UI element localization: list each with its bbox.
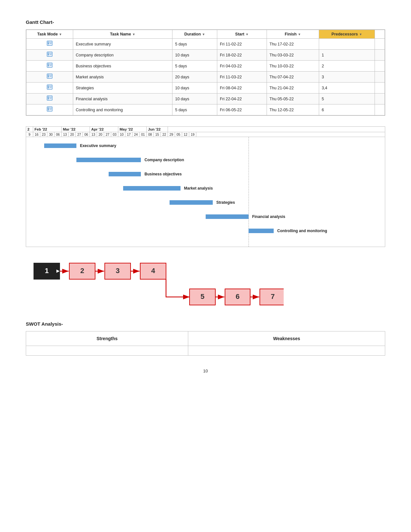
nd-label-7: 7 bbox=[271, 292, 275, 300]
duration-cell: 10 days bbox=[172, 83, 217, 94]
finish-cell: Thu 10-03-22 bbox=[267, 61, 319, 72]
gantt-bar-label: Strategies bbox=[216, 200, 235, 205]
page-number: 10 bbox=[26, 369, 385, 373]
svg-rect-18 bbox=[48, 76, 49, 77]
table-row: Company description 10 days Fri 18-02-22… bbox=[26, 50, 385, 61]
col-header-task-mode[interactable]: Task Mode ▼ bbox=[26, 30, 73, 39]
col-header-finish[interactable]: Finish ▼ bbox=[267, 30, 319, 39]
timeline-weeks-row: 9162330061320270613202703101724010815222… bbox=[26, 132, 385, 137]
sort-arrow-finish: ▼ bbox=[298, 33, 301, 36]
timeline-week: 15 bbox=[154, 132, 161, 137]
task-name-cell: Financial analysis bbox=[73, 94, 172, 104]
task-name-cell: Controlling and monitoring bbox=[73, 104, 172, 115]
timeline-week: 22 bbox=[161, 132, 168, 137]
sort-arrow-predecessors: ▼ bbox=[359, 33, 362, 36]
gantt-bar bbox=[249, 229, 274, 233]
task-mode-icon bbox=[26, 83, 73, 94]
timeline-week: 27 bbox=[104, 132, 111, 137]
timeline-month: Apr '22 bbox=[90, 127, 118, 132]
swot-cell-weaknesses bbox=[188, 346, 385, 356]
start-cell: Fri 11-02-22 bbox=[217, 39, 267, 50]
gantt-bar-label: Market analysis bbox=[184, 186, 213, 191]
task-name-cell: Company description bbox=[73, 50, 172, 61]
sort-arrow-duration: ▼ bbox=[202, 33, 205, 36]
start-cell: Fri 11-03-22 bbox=[217, 72, 267, 83]
arrow-4-5 bbox=[166, 279, 190, 297]
nd-label-3: 3 bbox=[116, 267, 120, 275]
task-mode-icon bbox=[26, 72, 73, 83]
predecessors-cell: 6 bbox=[319, 104, 375, 115]
swot-header-weaknesses: Weaknesses bbox=[188, 331, 385, 346]
predecessors-cell: 5 bbox=[319, 94, 375, 104]
task-mode-icon bbox=[26, 104, 73, 115]
predecessors-cell: 2 bbox=[319, 61, 375, 72]
timeline-month: Jun '22 bbox=[147, 127, 168, 132]
extra-cell bbox=[375, 61, 385, 72]
col-header-duration[interactable]: Duration ▼ bbox=[172, 30, 217, 39]
finish-cell: Thu 05-05-22 bbox=[267, 94, 319, 104]
gantt-bar-label: Financial analysis bbox=[252, 214, 285, 219]
timeline-week: 9 bbox=[26, 132, 33, 137]
timeline-week: 06 bbox=[54, 132, 62, 137]
svg-rect-33 bbox=[48, 109, 49, 110]
timeline-month: 2 bbox=[26, 127, 33, 132]
timeline-month: Feb '22 bbox=[33, 127, 62, 132]
network-diagram: 1 2 3 4 5 6 7 bbox=[26, 257, 385, 311]
gantt-bar-row: Financial analysis bbox=[26, 211, 385, 223]
timeline-week: 12 bbox=[182, 132, 189, 137]
start-cell: Fri 18-02-22 bbox=[217, 50, 267, 61]
timeline-month: Mar '22 bbox=[62, 127, 90, 132]
task-mode-icon bbox=[26, 50, 73, 61]
svg-rect-3 bbox=[48, 43, 49, 44]
nd-label-4: 4 bbox=[151, 267, 155, 275]
timeline-week: 17 bbox=[125, 132, 132, 137]
task-name-cell: Strategies bbox=[73, 83, 172, 94]
gantt-bar bbox=[109, 172, 141, 176]
duration-cell: 10 days bbox=[172, 94, 217, 104]
col-header-predecessors[interactable]: Predecessors ▼ bbox=[319, 30, 375, 39]
duration-cell: 5 days bbox=[172, 104, 217, 115]
gantt-bar bbox=[206, 214, 249, 219]
duration-cell: 10 days bbox=[172, 50, 217, 61]
duration-cell: 5 days bbox=[172, 39, 217, 50]
extra-cell bbox=[375, 39, 385, 50]
start-cell: Fri 04-03-22 bbox=[217, 61, 267, 72]
swot-table: Strengths Weaknesses bbox=[26, 331, 385, 356]
nd-label-6: 6 bbox=[236, 292, 240, 300]
gantt-chart-title: Gantt Chart- bbox=[26, 19, 385, 25]
timeline-week: 13 bbox=[90, 132, 97, 137]
table-row: Business objectives 5 days Fri 04-03-22 … bbox=[26, 61, 385, 72]
table-row: Market analysis 20 days Fri 11-03-22 Thu… bbox=[26, 72, 385, 83]
timeline-week: 20 bbox=[97, 132, 104, 137]
col-header-start[interactable]: Start ▼ bbox=[217, 30, 267, 39]
timeline-week: 29 bbox=[168, 132, 175, 137]
duration-cell: 20 days bbox=[172, 72, 217, 83]
task-name-cell: Executive summary bbox=[73, 39, 172, 50]
timeline-week: 13 bbox=[62, 132, 69, 137]
network-svg: 1 2 3 4 5 6 7 bbox=[26, 257, 284, 311]
extra-cell bbox=[375, 94, 385, 104]
table-row: Financial analysis 10 days Fri 22-04-22 … bbox=[26, 94, 385, 104]
svg-rect-13 bbox=[48, 65, 49, 66]
predecessors-cell bbox=[319, 39, 375, 50]
swot-cell-strengths bbox=[26, 346, 188, 356]
gantt-chart-visual: 2Feb '22Mar '22Apr '22May '22Jun '22 916… bbox=[26, 126, 385, 247]
nd-label-1: 1 bbox=[45, 267, 49, 275]
extra-cell bbox=[375, 72, 385, 83]
timeline-week: 20 bbox=[69, 132, 76, 137]
col-header-task-name[interactable]: Task Name ▼ bbox=[73, 30, 172, 39]
predecessors-cell: 3,4 bbox=[319, 83, 375, 94]
task-mode-icon bbox=[26, 94, 73, 104]
gantt-bar-row: Strategies bbox=[26, 196, 385, 209]
gantt-bar-row: Controlling and monitoring bbox=[26, 225, 385, 237]
task-name-cell: Business objectives bbox=[73, 61, 172, 72]
task-name-cell: Market analysis bbox=[73, 72, 172, 83]
gantt-bar-row: Business objectives bbox=[26, 168, 385, 180]
gantt-bar-label: Controlling and monitoring bbox=[277, 229, 327, 233]
sort-arrow-task-mode: ▼ bbox=[59, 33, 62, 36]
gantt-bar bbox=[44, 143, 76, 148]
sort-arrow-task-name: ▼ bbox=[132, 33, 135, 36]
table-row: Controlling and monitoring 5 days Fri 06… bbox=[26, 104, 385, 115]
timeline-month: May '22 bbox=[118, 127, 147, 132]
gantt-bar-row: Company description bbox=[26, 154, 385, 166]
